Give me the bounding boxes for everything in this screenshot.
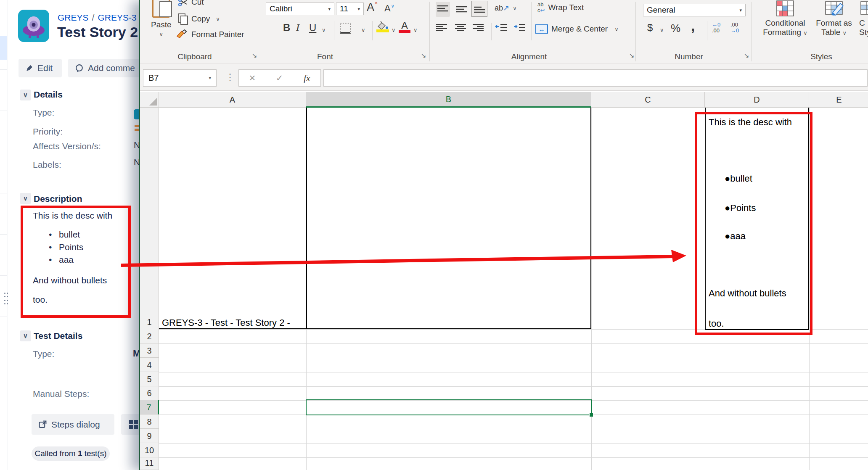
formula-input[interactable] — [323, 69, 868, 87]
called-from-badge[interactable]: Called from 1 test(s) — [32, 446, 110, 461]
fill-color-icon — [376, 21, 389, 30]
row-header-2[interactable]: 2 — [140, 329, 159, 343]
cancel-icon[interactable]: × — [249, 71, 255, 84]
chevron-down-icon[interactable]: ∨ — [660, 27, 664, 33]
align-left-button[interactable] — [436, 24, 447, 32]
add-comment-button[interactable]: Add comme — [68, 59, 146, 77]
format-as-table-button[interactable]: Format as Table ∨ — [813, 0, 855, 37]
project-avatar[interactable] — [18, 10, 49, 42]
font-name-combobox[interactable]: Calibri ▾ — [266, 3, 334, 15]
number-format-combobox[interactable]: General ▾ — [643, 4, 746, 16]
row-header-6[interactable]: 6 — [140, 386, 159, 400]
orientation-button[interactable]: ab ↗ ∨ — [495, 3, 517, 13]
breadcrumb-project-link[interactable]: GREYS — [58, 13, 89, 22]
conditional-formatting-label-line1: Conditional — [765, 18, 805, 28]
orientation-icon: ab — [495, 4, 503, 13]
middle-align-button[interactable] — [455, 2, 469, 17]
alignment-dialog-launcher-icon[interactable]: ↘ — [629, 52, 635, 59]
wrap-text-button[interactable]: ab c↩ Wrap Text — [537, 2, 584, 13]
clipboard-group-label: Clipboard — [157, 52, 233, 61]
row-header-4[interactable]: 4 — [140, 358, 159, 372]
copy-button[interactable]: Copy ∨ — [178, 13, 220, 24]
paste-button[interactable]: Paste ∨ — [151, 0, 172, 37]
cell-a1-value[interactable]: GREYS-3 - Test - Test Story 2 - — [162, 317, 290, 328]
insert-function-icon[interactable]: fx — [304, 73, 310, 84]
conditional-formatting-button[interactable]: Conditional Formatting ∨ — [762, 0, 809, 37]
increase-decimal-button[interactable]: ←0 .00 — [712, 22, 720, 34]
column-header-e[interactable]: E — [809, 92, 868, 108]
description-collapse-chevron-icon[interactable]: ∨ — [20, 193, 31, 204]
align-right-button[interactable] — [472, 24, 484, 32]
font-name-value: Calibri — [270, 4, 292, 13]
cell-styles-label-line2: Styl — [859, 28, 868, 37]
grow-font-button[interactable]: A ^ — [367, 1, 378, 14]
increase-indent-button[interactable] — [513, 24, 526, 32]
row-header-8[interactable]: 8 — [140, 415, 159, 429]
underline-icon: U — [309, 22, 316, 34]
alignment-group-label: Alignment — [502, 52, 556, 61]
rail-selected-item[interactable] — [0, 36, 7, 60]
underline-button[interactable]: U — [309, 22, 316, 34]
description-header: Description — [34, 194, 82, 204]
format-painter-button[interactable]: Format Painter — [176, 29, 244, 40]
row-header-7[interactable]: 7 — [140, 400, 159, 415]
font-size-combobox[interactable]: 11 ▾ — [336, 3, 364, 15]
rail-divider — [0, 152, 7, 152]
cut-button[interactable]: Cut — [178, 0, 204, 7]
cell-d1-line: ●bullet — [725, 173, 752, 184]
column-header-a[interactable]: A — [159, 92, 306, 108]
chevron-down-icon[interactable]: ∨ — [361, 27, 365, 33]
cell-styles-button[interactable]: C Styl — [859, 0, 868, 37]
fill-handle[interactable] — [589, 413, 593, 417]
row-header-3[interactable]: 3 — [140, 343, 159, 358]
chevron-down-icon[interactable]: ∨ — [413, 27, 418, 33]
currency-button[interactable]: $ — [647, 22, 653, 34]
row-header-5[interactable]: 5 — [140, 372, 159, 386]
bold-button[interactable]: B — [283, 22, 290, 34]
fill-color-button[interactable] — [376, 21, 389, 32]
row-header-9[interactable]: 9 — [140, 429, 159, 443]
percent-button[interactable]: % — [671, 22, 680, 35]
italic-button[interactable]: I — [296, 22, 299, 33]
column-header-c[interactable]: C — [591, 92, 705, 108]
active-cell-selection[interactable] — [306, 399, 592, 415]
row-header-1[interactable]: 1 — [140, 108, 159, 329]
row-header-10[interactable]: 10 — [140, 443, 159, 457]
align-center-button[interactable] — [455, 24, 466, 32]
number-dialog-launcher-icon[interactable]: ↘ — [744, 52, 749, 59]
test-details-collapse-chevron-icon[interactable]: ∨ — [20, 330, 31, 341]
chevron-down-icon[interactable]: ∨ — [322, 27, 326, 33]
decrease-indent-button[interactable] — [495, 24, 507, 32]
cell-d1-line: too. — [709, 318, 724, 329]
steps-dialog-button[interactable]: Steps dialog — [32, 414, 114, 435]
top-align-button[interactable] — [436, 2, 450, 17]
comma-style-button[interactable]: , — [691, 18, 695, 34]
name-box[interactable]: B7 ▾ — [143, 69, 217, 87]
align-left-icon — [436, 24, 447, 32]
font-size-value: 11 — [340, 4, 348, 13]
breadcrumb-issue-link[interactable]: GREYS-3 — [98, 13, 136, 22]
edit-button[interactable]: Edit — [19, 59, 62, 77]
panel-drag-handle-icon[interactable] — [4, 293, 9, 305]
font-dialog-launcher-icon[interactable]: ↘ — [421, 52, 426, 59]
select-all-corner[interactable] — [140, 92, 159, 108]
decrease-decimal-button[interactable]: .00 →0 — [730, 22, 739, 34]
formula-bar-divider-icon[interactable]: ⋮ — [225, 72, 235, 83]
clipboard-dialog-launcher-icon[interactable]: ↘ — [252, 52, 257, 59]
borders-button[interactable] — [340, 23, 351, 34]
row-header-11[interactable]: 11 — [140, 457, 159, 470]
font-color-bar — [399, 30, 410, 33]
column-header-b[interactable]: B — [306, 92, 591, 108]
gridline — [159, 457, 868, 458]
column-header-d[interactable]: D — [705, 92, 809, 108]
bottom-align-button[interactable] — [471, 1, 487, 17]
edit-button-label: Edit — [37, 63, 53, 73]
font-color-button[interactable]: A — [399, 20, 410, 33]
affects-version-label: Affects Version/s: — [33, 141, 101, 151]
merge-center-icon: ↔ — [535, 24, 548, 34]
enter-icon[interactable]: ✓ — [276, 73, 283, 83]
chevron-down-icon[interactable]: ∨ — [392, 27, 396, 33]
details-collapse-chevron-icon[interactable]: ∨ — [20, 90, 31, 100]
merge-center-button[interactable]: ↔ Merge & Center ∨ — [535, 24, 619, 34]
shrink-font-button[interactable]: A ∨ — [384, 3, 394, 14]
